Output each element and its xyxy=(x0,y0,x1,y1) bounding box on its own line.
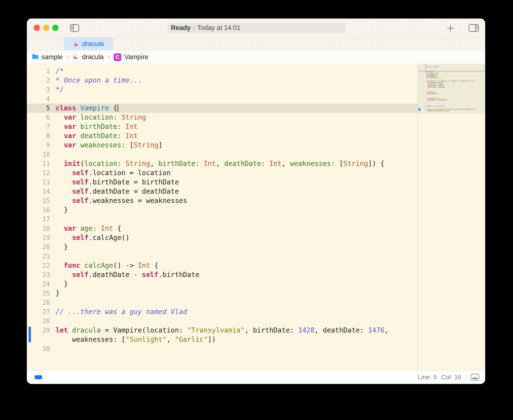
tab-dracula[interactable]: dracula xyxy=(64,38,113,50)
line-number[interactable]: 2 xyxy=(27,76,50,85)
code-line[interactable]: 21 xyxy=(27,252,418,261)
code-text: } xyxy=(56,280,68,288)
status-separator: | xyxy=(193,24,195,32)
folder-icon xyxy=(32,53,39,61)
new-tab-button[interactable] xyxy=(447,24,454,32)
code-text: self.birthDate = birthDate xyxy=(56,178,179,186)
code-line[interactable]: 27// ...there was a guy named Vlad xyxy=(27,307,418,316)
line-indicator: Line: 5 xyxy=(418,373,437,381)
code-text: var weaknesses: [String] xyxy=(56,141,162,149)
code-text: * Once upon a time... xyxy=(56,76,142,84)
breadcrumb-item-sample[interactable]: sample xyxy=(32,53,63,61)
breadcrumb: sample › dracula › C Vampire xyxy=(27,50,485,64)
line-number[interactable]: 24 xyxy=(27,279,50,289)
status-ready-label: Ready xyxy=(171,24,191,32)
desktop-background: Ready | Today at 14:01 xyxy=(0,0,513,420)
code-line[interactable]: 13 self.birthDate = birthDate xyxy=(27,178,418,187)
line-number[interactable]: 26 xyxy=(27,298,50,307)
tab-bar: dracula xyxy=(27,38,485,50)
line-number[interactable]: 15 xyxy=(27,196,50,205)
line-number[interactable]: 25 xyxy=(27,289,50,298)
line-number[interactable]: 8 xyxy=(27,131,50,141)
code-text: self.deathDate - self.birthDate xyxy=(56,271,199,279)
breadcrumb-item-vampire[interactable]: C Vampire xyxy=(114,53,148,61)
activity-status: Ready | Today at 14:01 xyxy=(168,22,345,33)
code-line[interactable]: weaknesses: ["Sunlight", "Garlic"]) xyxy=(27,335,418,344)
close-button[interactable] xyxy=(34,25,40,31)
line-number[interactable]: 14 xyxy=(27,187,50,196)
breadcrumb-item-dracula[interactable]: dracula xyxy=(73,53,104,61)
line-number[interactable]: 16 xyxy=(27,205,50,215)
line-number[interactable]: 5 xyxy=(27,104,50,113)
code-line[interactable]: 6 var location: String xyxy=(27,113,418,122)
code-line[interactable]: 22 func calcAge() -> Int { xyxy=(27,261,418,270)
code-text: /* xyxy=(56,67,64,75)
line-number[interactable]: 6 xyxy=(27,113,50,122)
code-text: var birthDate: Int xyxy=(56,123,138,131)
code-line[interactable]: 15 self.weaknesses = weaknesses xyxy=(27,196,418,205)
change-indicator xyxy=(29,326,31,343)
code-line[interactable]: 10 xyxy=(27,150,418,159)
line-number[interactable]: 9 xyxy=(27,141,50,150)
code-text: } xyxy=(56,206,68,214)
code-line[interactable]: 9 var weaknesses: [String] xyxy=(27,141,418,150)
line-number[interactable]: 1 xyxy=(27,67,50,76)
line-number[interactable]: 17 xyxy=(27,215,50,224)
line-number[interactable]: 18 xyxy=(27,224,50,233)
code-line[interactable]: 2* Once upon a time... xyxy=(27,76,418,85)
breadcrumb-label: sample xyxy=(41,53,63,61)
minimap[interactable] xyxy=(418,64,485,114)
code-line[interactable]: 12 self.location = location xyxy=(27,168,418,178)
code-lines[interactable]: 1/*2* Once upon a time...3*/45class Vamp… xyxy=(27,64,418,370)
line-number[interactable]: 30 xyxy=(27,344,50,353)
bottom-panel-toggle-icon[interactable] xyxy=(471,374,479,381)
code-line[interactable]: 7 var birthDate: Int xyxy=(27,122,418,131)
xcode-window: Ready | Today at 14:01 xyxy=(27,19,485,384)
minimize-button[interactable] xyxy=(43,25,49,31)
code-line[interactable]: 18 var age: Int { xyxy=(27,224,418,233)
line-number[interactable]: 20 xyxy=(27,242,50,252)
code-line[interactable]: 8 var deathDate: Int xyxy=(27,131,418,141)
line-number[interactable]: 27 xyxy=(27,307,50,316)
code-text: */ xyxy=(56,86,64,94)
code-line[interactable]: 29let dracula = Vampire(location: "Trans… xyxy=(27,326,418,335)
code-line[interactable]: 3*/ xyxy=(27,85,418,94)
sidebar-toggle-icon[interactable] xyxy=(70,24,79,32)
code-line[interactable]: 25} xyxy=(27,289,418,298)
code-line[interactable]: 16 } xyxy=(27,205,418,215)
line-number[interactable]: 23 xyxy=(27,270,50,279)
code-line[interactable]: 19 self.calcAge() xyxy=(27,233,418,242)
code-line[interactable]: 11 init(location: String, birthDate: Int… xyxy=(27,159,418,168)
line-number[interactable]: 3 xyxy=(27,85,50,94)
code-line[interactable]: 4 xyxy=(27,94,418,104)
line-number[interactable]: 21 xyxy=(27,252,50,261)
code-text: var age: Int { xyxy=(56,224,121,232)
line-number[interactable]: 11 xyxy=(27,159,50,168)
code-line[interactable]: 26 xyxy=(27,298,418,307)
line-number[interactable]: 28 xyxy=(27,316,50,326)
minimap-change-marker xyxy=(419,108,420,111)
line-number[interactable]: 19 xyxy=(27,233,50,242)
code-line[interactable]: 24 } xyxy=(27,279,418,289)
line-number[interactable]: 10 xyxy=(27,150,50,159)
code-line[interactable]: 17 xyxy=(27,215,418,224)
line-number[interactable]: 13 xyxy=(27,178,50,187)
chevron-right-icon: › xyxy=(108,53,110,61)
code-line[interactable]: 28 xyxy=(27,316,418,326)
right-panel-toggle-icon[interactable] xyxy=(469,24,479,32)
code-line[interactable]: 5class Vampire { xyxy=(27,104,418,113)
code-line[interactable]: 1/* xyxy=(27,67,418,76)
line-number[interactable]: 7 xyxy=(27,122,50,131)
code-text: var deathDate: Int xyxy=(56,132,138,140)
line-number[interactable]: 4 xyxy=(27,94,50,104)
code-line[interactable]: 30 xyxy=(27,344,418,353)
code-line[interactable]: 14 self.deathDate = deathDate xyxy=(27,187,418,196)
breadcrumb-label: dracula xyxy=(82,53,104,61)
line-number[interactable]: 22 xyxy=(27,261,50,270)
line-number[interactable]: 12 xyxy=(27,168,50,178)
run-indicator[interactable] xyxy=(35,375,42,379)
class-badge-icon: C xyxy=(114,53,121,61)
code-line[interactable]: 23 self.deathDate - self.birthDate xyxy=(27,270,418,279)
code-line[interactable]: 20 } xyxy=(27,242,418,252)
zoom-button[interactable] xyxy=(52,25,59,31)
